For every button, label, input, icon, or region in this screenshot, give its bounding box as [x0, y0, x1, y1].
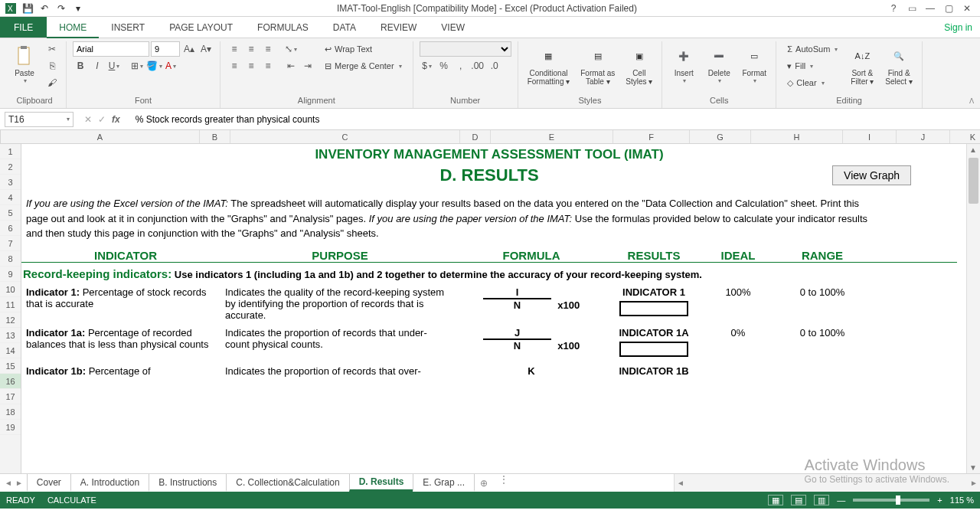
row-header-17[interactable]: 17: [0, 389, 21, 404]
tab-data[interactable]: DATA: [321, 17, 368, 38]
underline-icon[interactable]: U▾: [106, 58, 122, 74]
help-icon[interactable]: ?: [885, 2, 902, 15]
number-format-select[interactable]: [420, 41, 511, 57]
col-header-J[interactable]: J: [897, 130, 950, 143]
orientation-icon[interactable]: ⤡▾: [283, 41, 299, 57]
format-as-table-button[interactable]: ▤Format asTable ▾: [577, 41, 618, 89]
col-header-G[interactable]: G: [690, 130, 751, 143]
scroll-up-icon[interactable]: ▲: [969, 146, 977, 154]
sheet-tab-collection[interactable]: C. Collection&Calculation: [226, 474, 349, 492]
italic-icon[interactable]: I: [90, 58, 105, 74]
name-box[interactable]: T16▾: [5, 112, 74, 127]
format-painter-icon[interactable]: 🖌: [44, 75, 60, 90]
tab-page-layout[interactable]: PAGE LAYOUT: [157, 17, 245, 38]
zoom-in-icon[interactable]: +: [937, 495, 942, 505]
conditional-formatting-button[interactable]: ▦ConditionalFormatting ▾: [524, 41, 573, 89]
delete-cells-button[interactable]: ➖Delete▾: [704, 41, 734, 87]
row-header-14[interactable]: 14: [0, 343, 21, 358]
autosum-button[interactable]: ΣAutoSum▾: [782, 41, 842, 57]
align-top-icon[interactable]: ≡: [227, 41, 242, 57]
scroll-down-icon[interactable]: ▼: [969, 463, 977, 472]
collapse-ribbon-icon[interactable]: ᐱ: [969, 97, 974, 105]
align-right-icon[interactable]: ≡: [260, 58, 276, 74]
sort-filter-button[interactable]: A↓ZSort &Filter ▾: [847, 41, 877, 89]
page-break-view-icon[interactable]: ▥: [814, 495, 829, 505]
row-header-3[interactable]: 3: [0, 175, 21, 190]
percent-icon[interactable]: %: [436, 58, 452, 74]
row-header-8[interactable]: 8: [0, 251, 21, 267]
font-size-input[interactable]: [151, 41, 180, 57]
sheet-tab-instructions[interactable]: B. Instructions: [149, 474, 227, 492]
clear-button[interactable]: ◇Clear▾: [782, 75, 842, 90]
tab-formulas[interactable]: FORMULAS: [245, 17, 321, 38]
scroll-thumb[interactable]: [969, 158, 978, 204]
merge-center-button[interactable]: ⊟Merge & Center▾: [320, 58, 407, 74]
row-header-4[interactable]: 4: [0, 190, 21, 205]
sheet-tab-graphs[interactable]: E. Grap ...: [413, 474, 475, 492]
fill-button[interactable]: ▾Fill▾: [782, 58, 842, 74]
col-header-C[interactable]: C: [230, 130, 460, 143]
zoom-slider[interactable]: [853, 499, 929, 502]
font-name-input[interactable]: [73, 41, 149, 57]
sheet-tab-results[interactable]: D. Results: [349, 474, 414, 492]
format-cells-button[interactable]: ▭Format▾: [739, 41, 769, 87]
cell-styles-button[interactable]: ▣CellStyles ▾: [622, 41, 655, 89]
row-header-9[interactable]: 9: [0, 267, 21, 282]
borders-icon[interactable]: ⊞▾: [129, 58, 145, 74]
insert-cells-button[interactable]: ➕Insert▾: [668, 41, 699, 87]
decrease-font-icon[interactable]: A▾: [198, 41, 214, 57]
vertical-scrollbar[interactable]: ▲ ▼: [966, 144, 980, 473]
decrease-indent-icon[interactable]: ⇤: [283, 58, 299, 74]
row-header-15[interactable]: 15: [0, 358, 21, 374]
increase-font-icon[interactable]: A▴: [181, 41, 197, 57]
tab-more-icon[interactable]: ⋮: [499, 474, 508, 492]
view-graph-button[interactable]: View Graph: [832, 165, 911, 185]
tab-insert[interactable]: INSERT: [99, 17, 157, 38]
close-icon[interactable]: ✕: [959, 2, 975, 15]
zoom-out-icon[interactable]: —: [837, 495, 845, 505]
row-header-10[interactable]: 10: [0, 282, 21, 297]
new-sheet-icon[interactable]: ⊕: [475, 474, 493, 492]
save-icon[interactable]: 💾: [20, 2, 35, 15]
row-header-18[interactable]: 18: [0, 404, 21, 420]
col-header-F[interactable]: F: [613, 130, 690, 143]
wrap-text-button[interactable]: ↩Wrap Text: [320, 41, 407, 57]
col-header-K[interactable]: K: [950, 130, 980, 143]
col-header-B[interactable]: B: [200, 130, 230, 143]
enter-formula-icon[interactable]: ✓: [98, 114, 106, 125]
align-middle-icon[interactable]: ≡: [243, 41, 259, 57]
sign-in[interactable]: Sign in: [936, 17, 980, 38]
cancel-formula-icon[interactable]: ✕: [84, 114, 92, 125]
sheet-tab-cover[interactable]: Cover: [27, 474, 71, 492]
hscroll-right-icon[interactable]: ►: [968, 479, 980, 487]
tab-scroll-left-icon[interactable]: ◄: [5, 479, 12, 487]
currency-icon[interactable]: $▾: [420, 58, 435, 74]
increase-decimal-icon[interactable]: .00: [470, 58, 485, 74]
align-left-icon[interactable]: ≡: [227, 58, 242, 74]
row-header-7[interactable]: 7: [0, 236, 21, 251]
col-header-D[interactable]: D: [460, 130, 491, 143]
paste-button[interactable]: Paste▾: [9, 41, 40, 87]
fill-color-icon[interactable]: 🪣▾: [146, 58, 162, 74]
row-header-6[interactable]: 6: [0, 221, 21, 236]
row-header-1[interactable]: 1: [0, 144, 21, 159]
page-layout-view-icon[interactable]: ▤: [791, 495, 806, 505]
row-header-12[interactable]: 12: [0, 312, 21, 328]
tab-scroll-right-icon[interactable]: ►: [15, 479, 23, 487]
bold-icon[interactable]: B: [73, 58, 88, 74]
col-header-H[interactable]: H: [751, 130, 843, 143]
row-header-2[interactable]: 2: [0, 159, 21, 175]
formula-bar-input[interactable]: [131, 112, 980, 127]
undo-icon[interactable]: ↶: [37, 2, 52, 15]
decrease-decimal-icon[interactable]: .0: [487, 58, 502, 74]
find-select-button[interactable]: 🔍Find &Select ▾: [882, 41, 916, 89]
align-center-icon[interactable]: ≡: [243, 58, 259, 74]
comma-icon[interactable]: ,: [453, 58, 469, 74]
sheet-tab-intro[interactable]: A. Introduction: [70, 474, 149, 492]
tab-review[interactable]: REVIEW: [368, 17, 429, 38]
tab-home[interactable]: HOME: [47, 17, 99, 38]
fx-icon[interactable]: fx: [112, 114, 120, 125]
cut-icon[interactable]: ✂: [44, 41, 60, 57]
hscroll-left-icon[interactable]: ◄: [675, 479, 687, 487]
qat-customize-icon[interactable]: ▾: [70, 2, 86, 15]
